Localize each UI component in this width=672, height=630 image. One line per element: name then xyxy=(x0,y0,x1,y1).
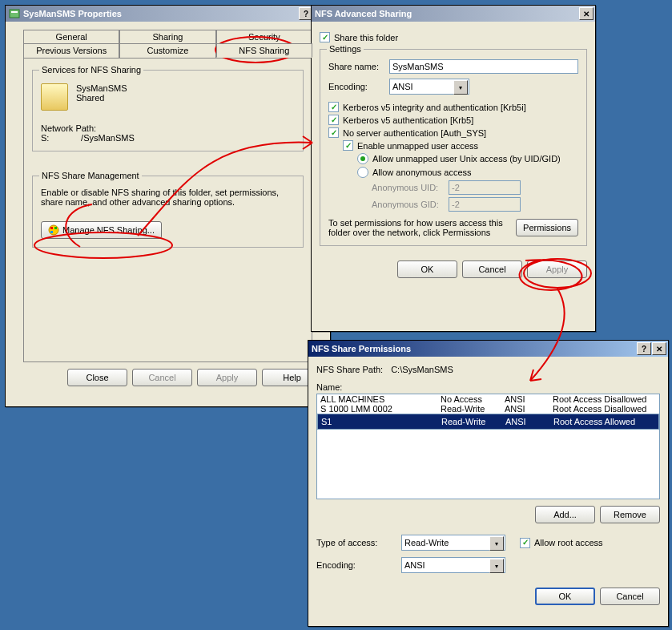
cancel-button[interactable]: Cancel xyxy=(132,369,192,386)
titlebar[interactable]: NFS Advanced Sharing ✕ xyxy=(312,6,595,22)
svg-point-2 xyxy=(49,225,58,235)
share-permissions-window: NFS Share Permissions ? ✕ NFS Share Path… xyxy=(308,340,669,627)
folder-state: Shared xyxy=(76,93,127,103)
remove-button[interactable]: Remove xyxy=(600,506,660,523)
type-of-access-label: Type of access: xyxy=(316,538,396,547)
anon-gid-label: Anonymous GID: xyxy=(372,200,444,209)
close-title-button[interactable]: ✕ xyxy=(652,342,666,355)
checkbox-label: Share this folder xyxy=(334,33,398,42)
anon-uid-input xyxy=(449,180,521,195)
name-label: Name: xyxy=(316,382,660,392)
encoding-label: Encoding: xyxy=(316,560,396,570)
apply-button[interactable]: Apply xyxy=(197,369,257,386)
allow-unmapped-radio[interactable]: Allow unmapped user Unix access (by UID/… xyxy=(357,153,578,164)
share-path-label: NFS Share Path: xyxy=(316,365,383,374)
svg-rect-6 xyxy=(54,231,57,233)
share-path-value: C:\SysManSMS xyxy=(391,365,453,374)
svg-rect-3 xyxy=(50,227,53,229)
tab-customize[interactable]: Customize xyxy=(119,43,215,58)
close-title-button[interactable]: ✕ xyxy=(579,7,594,20)
list-item[interactable]: S1Read-WriteANSIRoot Access Allowed xyxy=(317,414,659,430)
krb5i-checkbox[interactable]: Kerberos v5 integrity and authentication… xyxy=(328,102,578,112)
app-icon xyxy=(9,8,20,19)
tab-previous-versions[interactable]: Previous Versions xyxy=(23,43,119,58)
manage-btn-label: Manage NFS Sharing... xyxy=(62,225,155,235)
svg-rect-0 xyxy=(10,10,19,18)
chevron-down-icon: ▾ xyxy=(453,80,468,95)
list-item[interactable]: S 1000 LMM 0002Read-WriteANSIRoot Access… xyxy=(317,404,659,414)
titlebar[interactable]: SysManSMS Properties ? ✕ xyxy=(6,6,330,22)
tab-security[interactable]: Security xyxy=(216,30,312,43)
encoding-select[interactable]: ANSI▾ xyxy=(401,557,505,573)
ok-button[interactable]: OK xyxy=(397,260,457,278)
chevron-down-icon: ▾ xyxy=(489,559,504,573)
encoding-value: ANSI xyxy=(392,82,413,91)
authsys-checkbox[interactable]: No server authentication [Auth_SYS] xyxy=(328,127,578,138)
folder-icon xyxy=(41,83,68,111)
permissions-text: To set permissions for how users access … xyxy=(328,218,509,237)
enable-unmapped-checkbox[interactable]: Enable unmapped user access xyxy=(343,140,578,151)
svg-rect-5 xyxy=(50,231,53,233)
share-name-label: Share name: xyxy=(328,62,384,71)
cancel-button[interactable]: Cancel xyxy=(600,588,660,605)
ok-button[interactable]: OK xyxy=(535,588,595,605)
tab-general[interactable]: General xyxy=(23,30,119,43)
netpath-value: S: /SysManSMS xyxy=(41,133,295,143)
allow-root-checkbox[interactable]: Allow root access xyxy=(520,538,603,548)
chevron-down-icon: ▾ xyxy=(489,536,504,551)
tab-sharing[interactable]: Sharing xyxy=(119,30,215,43)
share-name-input[interactable] xyxy=(389,59,578,74)
anon-gid-input xyxy=(449,197,521,212)
titlebar[interactable]: NFS Share Permissions ? ✕ xyxy=(308,341,668,357)
mgmt-legend: NFS Share Management xyxy=(39,171,142,180)
encoding-label: Encoding: xyxy=(328,82,384,91)
permissions-listbox[interactable]: ALL MACHINESNo AccessANSIRoot Access Dis… xyxy=(316,394,660,499)
mgmt-text: Enable or disable NFS sharing of this fo… xyxy=(41,184,295,210)
help-title-button[interactable]: ? xyxy=(637,342,651,355)
svg-rect-4 xyxy=(54,227,57,229)
permissions-button[interactable]: Permissions xyxy=(516,219,578,236)
anon-uid-label: Anonymous UID: xyxy=(372,183,444,192)
cancel-button[interactable]: Cancel xyxy=(462,260,522,278)
add-button[interactable]: Add... xyxy=(535,506,595,523)
checkbox-icon xyxy=(320,32,330,42)
services-legend: Services for NFS Sharing xyxy=(39,65,143,75)
settings-legend: Settings xyxy=(327,44,364,54)
krb5-checkbox[interactable]: Kerberos v5 authentication [Krb5] xyxy=(328,115,578,125)
share-folder-checkbox[interactable]: Share this folder xyxy=(320,32,587,42)
netpath-label: Network Path: xyxy=(41,123,295,133)
close-button[interactable]: Close xyxy=(67,369,127,386)
folder-name: SysManSMS xyxy=(76,83,127,93)
tab-nfs-sharing[interactable]: NFS Sharing xyxy=(216,43,312,58)
allow-anon-radio[interactable]: Allow anonymous access xyxy=(357,167,578,178)
advanced-sharing-window: NFS Advanced Sharing ✕ Share this folder… xyxy=(311,5,596,332)
apply-button[interactable]: Apply xyxy=(527,260,587,278)
window-title: NFS Advanced Sharing xyxy=(315,9,578,18)
type-of-access-select[interactable]: Read-Write▾ xyxy=(401,535,505,551)
window-title: NFS Share Permissions xyxy=(312,344,636,353)
encoding-select[interactable]: ANSI ▾ xyxy=(389,79,469,95)
svg-rect-1 xyxy=(11,11,18,13)
list-item[interactable]: ALL MACHINESNo AccessANSIRoot Access Dis… xyxy=(317,394,659,404)
manage-nfs-sharing-button[interactable]: Manage NFS Sharing... xyxy=(41,221,162,239)
window-title: SysManSMS Properties xyxy=(23,9,298,18)
properties-window: SysManSMS Properties ? ✕ General Sharing… xyxy=(5,5,331,407)
